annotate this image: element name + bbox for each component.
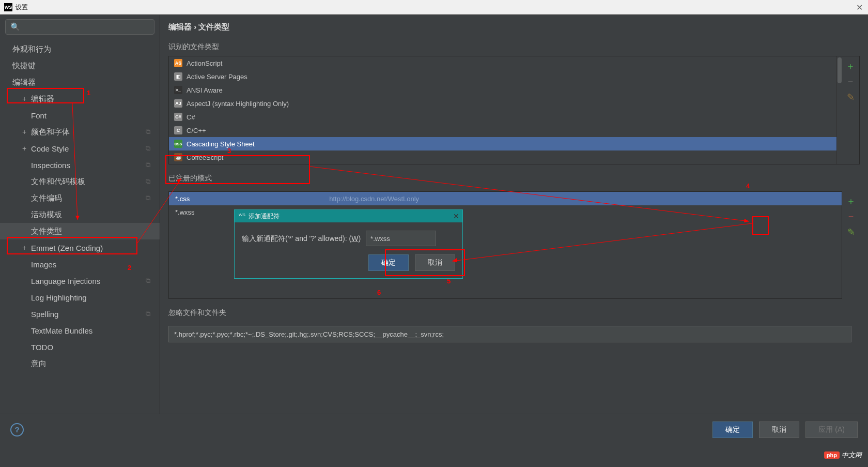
breadcrumb: 编辑器 › 文件类型 [160, 22, 868, 39]
close-icon[interactable]: ✕ [856, 3, 863, 12]
dialog-cancel-button[interactable]: 取消 [415, 254, 455, 271]
sidebar-item-7[interactable]: Inspections⧉ [0, 157, 160, 173]
filetype-icon: ☕ [174, 153, 182, 161]
breadcrumb-p2: 文件类型 [198, 22, 229, 31]
filetype-row[interactable]: AJAspectJ (syntax Highlighting Only) [169, 97, 836, 110]
titlebar: WS 设置 ✕ [0, 0, 868, 14]
copy-icon: ⧉ [146, 144, 150, 153]
sidebar-item-16[interactable]: Spelling⧉ [0, 306, 160, 322]
filetype-icon: AS [174, 59, 182, 67]
watermark-url: http://blog.csdn.net/WestLonly [329, 195, 419, 203]
ok-button[interactable]: 确定 [712, 421, 753, 438]
filetype-icon: AJ [174, 99, 182, 108]
tree-label: 文件类型 [31, 227, 62, 236]
copy-icon: ⧉ [146, 277, 150, 285]
apply-button[interactable]: 应用 (A) [805, 421, 858, 438]
sidebar-item-0[interactable]: +外观和行为 [0, 41, 160, 57]
search-input[interactable] [5, 19, 154, 35]
window-title: 设置 [16, 3, 28, 12]
search-icon: 🔍 [10, 22, 20, 32]
filetype-row[interactable]: ASActionScript [169, 56, 836, 70]
tree-label: Spelling [31, 310, 58, 319]
sidebar-item-8[interactable]: 文件和代码模板⧉ [0, 173, 160, 190]
filetype-icon: C [174, 126, 182, 134]
filetype-row[interactable]: C#C# [169, 110, 836, 124]
breadcrumb-sep: › [194, 22, 196, 31]
pattern-row[interactable]: *.csshttp://blog.csdn.net/WestLonly [169, 192, 842, 205]
dialog-title-text: 添加通配符 [249, 212, 280, 221]
sidebar-item-6[interactable]: +Code Style⧉ [0, 140, 160, 157]
section-recognized: 识别的文件类型 [168, 42, 860, 52]
filetype-label: Cascading Style Sheet [187, 140, 255, 148]
pattern-label: *.css [175, 195, 190, 203]
footer: ? 确定 取消 应用 (A) [0, 414, 868, 445]
section-ignore: 忽略文件和文件夹 [168, 308, 860, 318]
dialog-titlebar[interactable]: WS 添加通配符 ✕ [235, 210, 462, 222]
tree-label: 颜色和字体 [31, 127, 70, 137]
add-filetype-button[interactable]: ＋ [845, 61, 856, 72]
add-pattern-button[interactable]: ＋ [845, 195, 857, 207]
sidebar-item-12[interactable]: +Emmet (Zen Coding) [0, 239, 160, 256]
sidebar-item-4[interactable]: Font [0, 107, 160, 124]
tree-label: 意向 [31, 359, 47, 369]
filetypes-scrollbar[interactable] [836, 56, 842, 164]
ignore-input[interactable] [168, 326, 851, 342]
edit-filetype-button[interactable]: ✎ [845, 92, 856, 103]
dialog-label: 输入新通配符('*' and '?' allowed): (W) [242, 231, 361, 246]
sidebar-item-14[interactable]: Language Injections⧉ [0, 273, 160, 289]
wildcard-input[interactable] [366, 231, 436, 246]
sidebar-item-17[interactable]: TextMate Bundles [0, 322, 160, 339]
remove-filetype-button[interactable]: − [845, 76, 856, 87]
filetype-label: C/C++ [187, 127, 206, 134]
remove-pattern-button[interactable]: − [845, 211, 857, 222]
copy-icon: ⧉ [146, 310, 150, 318]
watermark-logo: php 中文网 [824, 450, 862, 460]
sidebar-item-11[interactable]: 文件类型 [0, 223, 160, 239]
tree-label: 快捷键 [12, 61, 36, 71]
tree-label: Language Injections [31, 277, 100, 285]
filetype-label: C# [187, 113, 195, 121]
tree-label: TextMate Bundles [31, 326, 92, 335]
filetype-row[interactable]: CC/C++ [169, 124, 836, 137]
expand-icon[interactable]: + [21, 144, 28, 153]
sidebar-item-10[interactable]: 活动模板 [0, 206, 160, 223]
dialog-app-icon: WS [239, 213, 246, 220]
dialog-close-icon[interactable]: ✕ [453, 212, 459, 220]
sidebar-item-18[interactable]: TODO [0, 339, 160, 355]
cancel-button[interactable]: 取消 [759, 421, 799, 438]
expand-icon[interactable]: + [21, 244, 28, 252]
copy-icon: ⧉ [146, 194, 150, 202]
filetypes-list[interactable]: ASActionScript◧Active Server Pages>_ANSI… [169, 56, 836, 164]
help-button[interactable]: ? [10, 423, 24, 436]
tree-label: Inspections [31, 161, 70, 170]
tree-label: Log Highlighting [31, 293, 87, 302]
filetype-row[interactable]: >_ANSI Aware [169, 83, 836, 97]
filetype-row[interactable]: cssCascading Style Sheet [169, 137, 836, 150]
expand-icon[interactable]: + [21, 128, 28, 136]
expand-icon[interactable]: + [14, 45, 22, 53]
filetype-label: ANSI Aware [187, 86, 223, 94]
sidebar-item-9[interactable]: 文件编码⧉ [0, 190, 160, 206]
filetype-label: ActionScript [187, 59, 222, 67]
tree-label: 编辑器 [31, 94, 54, 104]
expand-icon[interactable]: + [21, 95, 28, 103]
filetype-icon: >_ [174, 86, 182, 94]
tree-label: Font [31, 111, 47, 120]
sidebar-item-15[interactable]: Log Highlighting [0, 289, 160, 306]
filetype-row[interactable]: ◧Active Server Pages [169, 70, 836, 83]
edit-pattern-button[interactable]: ✎ [845, 227, 857, 238]
tree-label: Images [31, 260, 56, 269]
expand-icon[interactable]: − [14, 78, 22, 86]
filetypes-actions: ＋ − ✎ [842, 56, 859, 164]
settings-tree[interactable]: +外观和行为快捷键−编辑器+编辑器Font+颜色和字体⧉+Code Style⧉… [0, 39, 160, 414]
dialog-ok-button[interactable]: 确定 [368, 254, 409, 271]
sidebar-item-5[interactable]: +颜色和字体⧉ [0, 124, 160, 140]
sidebar-item-3[interactable]: +编辑器 [0, 91, 160, 107]
filetype-row[interactable]: ☕CoffeeScript [169, 150, 836, 164]
sidebar-item-2[interactable]: −编辑器 [0, 74, 160, 91]
sidebar-item-19[interactable]: 意向 [0, 355, 160, 372]
sidebar-item-1[interactable]: 快捷键 [0, 57, 160, 74]
patterns-actions: ＋ − ✎ [842, 191, 860, 299]
sidebar-item-13[interactable]: Images [0, 256, 160, 273]
watermark-text: 中文网 [842, 450, 862, 460]
